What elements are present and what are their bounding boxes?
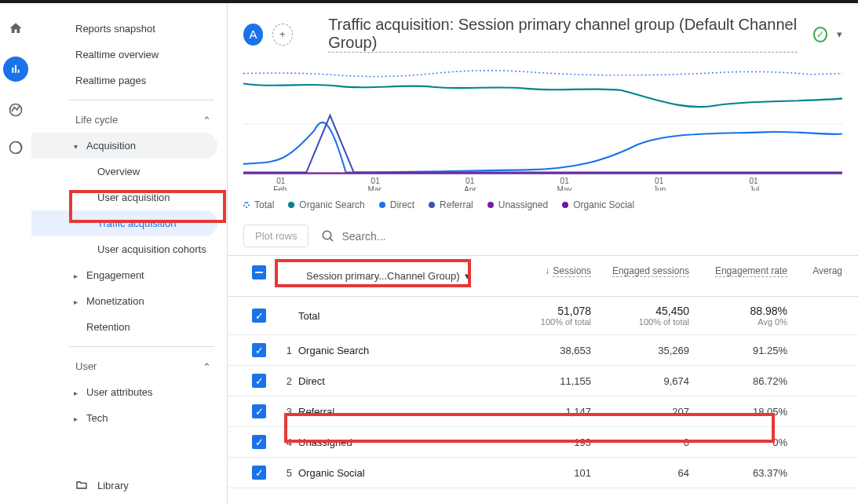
legend-total[interactable]: Total <box>243 199 274 210</box>
row-checkbox[interactable]: ✓ <box>252 343 266 357</box>
svg-point-16 <box>323 231 332 239</box>
svg-text:01: 01 <box>655 177 663 185</box>
reports-icon[interactable] <box>3 57 28 82</box>
chevron-up-icon: ⌃ <box>203 115 211 126</box>
advertising-icon[interactable] <box>6 138 25 157</box>
nav-overview[interactable]: Overview <box>31 159 227 184</box>
chart-area: 01Feb 01Mar 01Apr 01May 01Jun 01Jul <box>228 65 858 193</box>
select-all-checkbox[interactable] <box>252 265 266 279</box>
caret-right-icon: ▸ <box>74 415 78 423</box>
sort-down-icon[interactable]: ↓ <box>545 265 549 276</box>
avatar[interactable]: A <box>243 24 263 46</box>
line-chart: 01Feb 01Mar 01Apr 01May 01Jun 01Jul <box>243 65 842 191</box>
chevron-down-icon[interactable]: ▾ <box>837 28 842 40</box>
caret-right-icon: ▸ <box>74 389 78 397</box>
main-content: A + Traffic acquisition: Session primary… <box>228 3 858 504</box>
report-header: A + Traffic acquisition: Session primary… <box>228 3 858 65</box>
legend-organic-social[interactable]: Organic Social <box>562 199 634 210</box>
add-comparison-button[interactable]: + <box>272 24 292 46</box>
nav-library[interactable]: Library <box>31 466 227 504</box>
svg-text:Jun: Jun <box>653 185 666 191</box>
legend-direct[interactable]: Direct <box>379 199 414 210</box>
nav-user-acquisition[interactable]: User acquisition <box>31 184 227 210</box>
legend-unassigned[interactable]: Unassigned <box>487 199 548 210</box>
sidebar: Reports snapshot Realtime overview Realt… <box>31 3 228 504</box>
nav-realtime-pages[interactable]: Realtime pages <box>31 68 227 93</box>
table-row[interactable]: ✓ 1 Organic Search 38,653 35,269 91.25% <box>228 335 858 366</box>
svg-text:01: 01 <box>560 177 569 185</box>
nav-reports-snapshot[interactable]: Reports snapshot <box>31 16 227 42</box>
dropdown-icon: ▾ <box>465 270 470 282</box>
legend-organic-search[interactable]: Organic Search <box>288 199 364 210</box>
nav-user-acquisition-cohorts[interactable]: User acquisition cohorts <box>31 236 227 262</box>
nav-user-attributes[interactable]: ▸User attributes <box>31 379 227 405</box>
search-icon <box>321 229 335 243</box>
table-row[interactable]: ✓ 3 Referral 1,147 207 18.05% <box>228 396 858 427</box>
nav-tech[interactable]: ▸Tech <box>31 405 227 431</box>
nav-traffic-acquisition[interactable]: Traffic acquisition <box>31 210 217 236</box>
svg-text:01: 01 <box>750 177 758 185</box>
caret-right-icon: ▸ <box>74 298 78 306</box>
table-total-row: ✓ Total 51,078100% of total 45,450100% o… <box>228 297 858 335</box>
svg-text:01: 01 <box>276 177 285 185</box>
legend-referral[interactable]: Referral <box>429 199 473 210</box>
caret-down-icon: ▾ <box>74 142 78 151</box>
svg-text:Feb: Feb <box>273 185 287 191</box>
row-checkbox[interactable]: ✓ <box>252 404 266 418</box>
nav-retention[interactable]: Retention <box>31 314 227 340</box>
row-checkbox[interactable]: ✓ <box>252 435 266 449</box>
row-checkbox[interactable]: ✓ <box>252 309 266 323</box>
svg-text:Apr: Apr <box>464 185 476 191</box>
row-checkbox[interactable]: ✓ <box>252 374 266 388</box>
nav-acquisition[interactable]: ▾Acquisition <box>31 133 217 159</box>
table-row[interactable]: ✓ 5 Organic Social 101 64 63.37% <box>228 458 858 488</box>
svg-text:01: 01 <box>371 177 380 185</box>
folder-icon <box>75 479 88 491</box>
svg-text:Jul: Jul <box>750 185 760 191</box>
row-checkbox[interactable]: ✓ <box>252 466 266 480</box>
home-icon[interactable] <box>6 19 25 38</box>
svg-line-17 <box>330 238 334 241</box>
chart-legend: Total Organic Search Direct Referral Una… <box>228 193 858 217</box>
nav-realtime-overview[interactable]: Realtime overview <box>31 42 227 68</box>
caret-right-icon: ▸ <box>74 272 78 280</box>
svg-text:01: 01 <box>466 177 474 185</box>
table-row[interactable]: ✓ 4 Unassigned 193 0 0% <box>228 427 858 458</box>
page-title: Traffic acquisition: Session primary cha… <box>328 16 798 53</box>
nav-group-lifecycle[interactable]: Life cycle⌃ <box>31 107 227 133</box>
chevron-up-icon: ⌃ <box>203 361 211 373</box>
nav-group-user[interactable]: User⌃ <box>31 353 227 379</box>
nav-engagement[interactable]: ▸Engagement <box>31 262 227 288</box>
nav-monetization[interactable]: ▸Monetization <box>31 288 227 314</box>
plot-rows-button[interactable]: Plot rows <box>243 225 309 247</box>
table-row[interactable]: ✓ 2 Direct 11,155 9,674 86.72% <box>228 366 858 396</box>
svg-text:May: May <box>557 185 573 191</box>
svg-point-0 <box>10 104 22 116</box>
search-input[interactable] <box>341 230 498 243</box>
data-table: Session primary...Channel Group) ▾ ↓Sess… <box>228 256 858 488</box>
table-toolbar: Plot rows <box>228 217 858 256</box>
left-rail <box>0 3 31 504</box>
dimension-picker[interactable]: Session primary...Channel Group) ▾ <box>298 265 478 287</box>
explore-icon[interactable] <box>6 100 25 119</box>
table-header-row: Session primary...Channel Group) ▾ ↓Sess… <box>228 256 858 297</box>
svg-text:Mar: Mar <box>368 185 382 191</box>
verified-icon: ✓ <box>813 27 827 42</box>
